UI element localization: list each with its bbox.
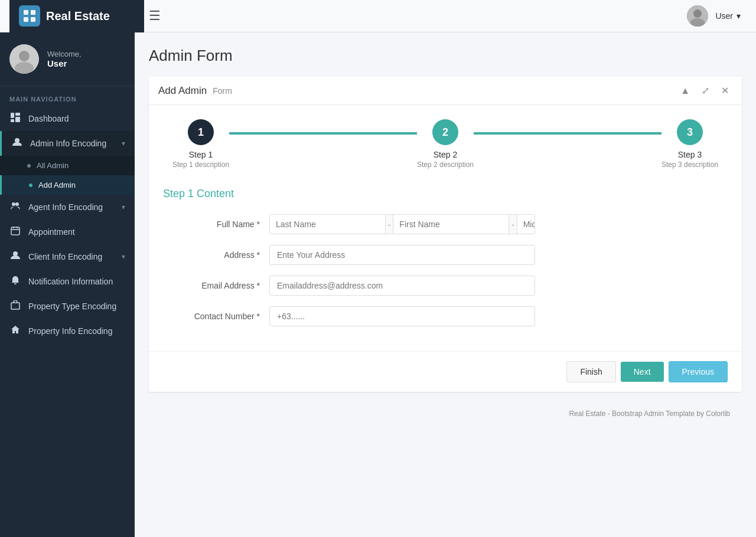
client-info-arrow-icon: ▾ — [122, 253, 125, 261]
address-row: Address * — [163, 245, 728, 265]
step-1-label: Step 1 — [189, 150, 213, 159]
sidebar-item-appointment[interactable]: Appointment — [0, 220, 135, 244]
previous-button[interactable]: Previous — [669, 361, 728, 382]
navbar-right: User ▾ — [687, 5, 741, 27]
user-dropdown[interactable]: User ▾ — [715, 11, 741, 21]
admin-info-label: Admin Info Encoding — [30, 139, 106, 148]
contact-input[interactable] — [269, 306, 535, 326]
svg-point-15 — [12, 202, 15, 206]
add-admin-dot-icon — [29, 184, 32, 187]
wizard-step-3: 3 Step 3 Step 3 description — [662, 119, 718, 169]
email-row: Email Address * — [163, 276, 728, 296]
name-sep-2: - — [509, 215, 517, 234]
agent-info-icon — [9, 201, 21, 213]
email-input[interactable] — [269, 276, 535, 296]
step-1-desc: Step 1 description — [172, 161, 229, 169]
wizard-steps-container: 1 Step 1 Step 1 description 2 Step 2 Ste… — [149, 105, 742, 173]
next-button[interactable]: Next — [621, 362, 664, 382]
step-2-circle: 2 — [432, 119, 458, 145]
card-title: Add Admin — [158, 85, 207, 97]
top-user-avatar — [687, 5, 708, 27]
step-3-desc: Step 3 description — [662, 161, 718, 169]
wizard-steps: 1 Step 1 Step 1 description 2 Step 2 Ste… — [172, 119, 718, 169]
hamburger-button[interactable]: ☰ — [144, 4, 165, 28]
page-title: Admin Form — [149, 47, 742, 65]
svg-rect-13 — [15, 117, 20, 122]
nav-section-label: MAIN NAVIGATION — [0, 86, 135, 106]
property-info-icon — [9, 325, 21, 337]
contact-label: Contact Number * — [163, 312, 269, 321]
card-collapse-button[interactable]: ▲ — [677, 84, 693, 97]
add-admin-label: Add Admin — [38, 181, 76, 189]
wizard-step-1: 1 Step 1 Step 1 description — [172, 119, 229, 169]
admin-info-submenu: All Admin Add Admin — [0, 156, 135, 195]
form-footer: Finish Next Previous — [149, 351, 742, 392]
address-label: Address * — [163, 250, 269, 260]
card-header-actions: ▲ ⤢ ✕ — [677, 84, 732, 97]
svg-point-18 — [13, 251, 18, 256]
page-footer: Real Estate - Bootstrap Admin Template b… — [149, 404, 742, 424]
svg-rect-11 — [11, 119, 14, 122]
email-label: Email Address * — [163, 281, 269, 290]
agent-info-label: Agent Info Encoding — [28, 202, 103, 212]
sidebar-user: Welcome, User — [0, 32, 135, 86]
svg-rect-3 — [31, 17, 35, 22]
notification-label: Notification Information — [28, 277, 113, 286]
top-username: User — [715, 11, 733, 21]
svg-rect-19 — [11, 303, 19, 309]
card-expand-button[interactable]: ⤢ — [698, 84, 713, 97]
svg-rect-1 — [31, 10, 35, 15]
appointment-label: Appointment — [28, 227, 75, 237]
finish-button[interactable]: Finish — [566, 361, 615, 382]
content-area: Admin Form Add Admin Form ▲ ⤢ ✕ — [135, 32, 756, 537]
step-content: Step 1 Content Full Name * - - Address * — [149, 173, 742, 351]
card-header: Add Admin Form ▲ ⤢ ✕ — [149, 77, 742, 105]
step-content-title: Step 1 Content — [163, 188, 728, 200]
sidebar-item-client-info[interactable]: Client Info Encoding ▾ — [0, 244, 135, 269]
sidebar-username: User — [47, 58, 82, 68]
middle-name-input[interactable] — [517, 215, 535, 234]
sidebar-user-info: Welcome, User — [47, 50, 82, 68]
appointment-icon — [9, 226, 21, 238]
svg-point-9 — [15, 62, 34, 74]
property-type-icon — [9, 300, 21, 312]
sidebar-item-all-admin[interactable]: All Admin — [0, 156, 135, 175]
avatar — [9, 44, 39, 74]
full-name-inputs: - - — [269, 214, 535, 234]
sidebar-item-admin-info[interactable]: Admin Info Encoding ▾ — [0, 131, 135, 156]
card-close-button[interactable]: ✕ — [718, 84, 732, 97]
last-name-input[interactable] — [270, 215, 386, 234]
sidebar-item-dashboard[interactable]: Dashboard — [0, 106, 135, 131]
step-1-circle: 1 — [188, 119, 214, 145]
property-info-label: Property Info Encoding — [28, 326, 112, 336]
address-input[interactable] — [269, 245, 535, 265]
svg-rect-12 — [15, 113, 20, 116]
svg-rect-0 — [24, 10, 28, 15]
step-2-number: 2 — [442, 126, 448, 139]
brand-icon — [19, 5, 40, 27]
first-name-input[interactable] — [393, 215, 509, 234]
brand-name: Real Estate — [46, 9, 110, 23]
svg-point-16 — [15, 202, 19, 206]
sidebar-item-add-admin[interactable]: Add Admin — [0, 175, 135, 195]
sidebar-item-notification[interactable]: Notification Information — [0, 269, 135, 294]
wizard-step-2: 2 Step 2 Step 2 description — [417, 119, 474, 169]
step-3-label: Step 3 — [678, 150, 702, 159]
main-card: Add Admin Form ▲ ⤢ ✕ 1 Step — [149, 77, 742, 392]
admin-info-arrow-icon: ▾ — [122, 139, 125, 148]
full-name-label: Full Name * — [163, 220, 269, 229]
top-navbar: Real Estate ☰ User ▾ — [0, 0, 756, 32]
sidebar-item-agent-info[interactable]: Agent Info Encoding ▾ — [0, 195, 135, 220]
name-sep-1: - — [386, 215, 393, 234]
sidebar: Welcome, User MAIN NAVIGATION Dashboard — [0, 32, 135, 537]
main-layout: Welcome, User MAIN NAVIGATION Dashboard — [0, 32, 756, 537]
dashboard-label: Dashboard — [28, 114, 69, 123]
step-2-desc: Step 2 description — [417, 161, 474, 169]
card-header-left: Add Admin Form — [158, 85, 232, 97]
sidebar-item-property-type[interactable]: Property Type Encoding — [0, 294, 135, 319]
sidebar-item-property-info[interactable]: Property Info Encoding — [0, 319, 135, 343]
connector-1-2 — [229, 132, 417, 135]
full-name-row: Full Name * - - — [163, 214, 728, 234]
notification-icon — [9, 276, 21, 287]
dashboard-icon — [9, 113, 21, 125]
